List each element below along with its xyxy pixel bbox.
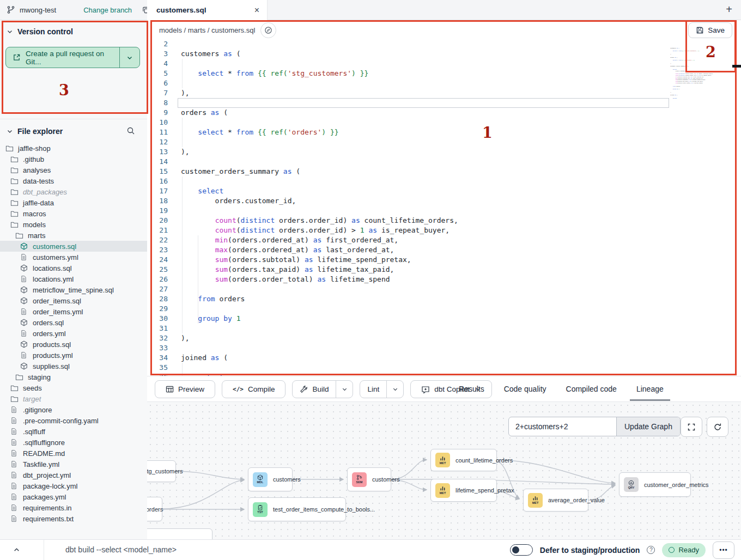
- panel-tab-lineage[interactable]: Lineage: [636, 376, 664, 401]
- preview-button[interactable]: Preview: [155, 380, 215, 398]
- file-tree-item[interactable]: marts: [0, 230, 147, 241]
- file-tree-item[interactable]: .github: [0, 154, 147, 165]
- file-tree-item[interactable]: data-tests: [0, 175, 147, 186]
- code-line[interactable]: 19: [147, 206, 741, 216]
- code-line[interactable]: 5 select * from {{ ref('stg_customers') …: [147, 69, 741, 78]
- tab-customers-sql[interactable]: customers.sql ×: [147, 0, 268, 20]
- defer-toggle[interactable]: [510, 544, 533, 556]
- code-line[interactable]: 23 max(orders.ordered_at) as last_ordere…: [147, 245, 741, 255]
- code-line[interactable]: 17 select: [147, 186, 741, 196]
- code-line[interactable]: 21 count(distinct orders.order_id) > 1 a…: [147, 226, 741, 235]
- panel-tab-compiled-code[interactable]: Compiled code: [566, 376, 617, 401]
- file-tree-item[interactable]: packages.yml: [0, 491, 147, 502]
- panel-tab-results[interactable]: Results: [459, 376, 484, 401]
- lineage-node-stg_customers[interactable]: stg_customers: [147, 460, 176, 482]
- code-line[interactable]: 32),: [147, 333, 741, 343]
- code-line[interactable]: 33: [147, 343, 741, 353]
- create-pr-button[interactable]: Create a pull request on Git...: [5, 47, 140, 68]
- file-tree-item[interactable]: products.sql: [0, 339, 147, 350]
- code-line[interactable]: 10: [147, 118, 741, 127]
- code-line[interactable]: 6: [147, 78, 741, 88]
- file-explorer-header[interactable]: File explorer: [7, 127, 141, 136]
- refresh-button[interactable]: [707, 417, 728, 437]
- code-line[interactable]: 35: [147, 363, 741, 373]
- code-line[interactable]: 27: [147, 284, 741, 294]
- file-tree-item[interactable]: models: [0, 219, 147, 230]
- panel-tab-code-quality[interactable]: Code quality: [504, 376, 546, 401]
- file-tree-item[interactable]: supplies.sql: [0, 361, 147, 372]
- code-line[interactable]: 15customer_orders_summary as (: [147, 167, 741, 176]
- code-line[interactable]: 7),: [147, 88, 741, 98]
- file-tree-item[interactable]: .sqlfluffignore: [0, 437, 147, 448]
- file-tree-item[interactable]: macros: [0, 208, 147, 219]
- file-tree-item[interactable]: .gitignore: [0, 404, 147, 415]
- code-line[interactable]: 30 group by 1: [147, 314, 741, 324]
- compile-button[interactable]: </> Compile: [222, 380, 286, 398]
- command-input[interactable]: dbt build --select <model_name>: [65, 545, 177, 554]
- code-line[interactable]: 26 sum(orders.order_total) as lifetime_s…: [147, 275, 741, 284]
- file-tree-item[interactable]: requirements.txt: [0, 513, 147, 524]
- file-tree-item[interactable]: customers.sql: [0, 241, 147, 252]
- chevron-up-icon[interactable]: [13, 546, 20, 553]
- code-line[interactable]: 24 sum(orders.subtotal) as lifetime_spen…: [147, 255, 741, 265]
- new-tab-button[interactable]: +: [726, 3, 732, 16]
- code-line[interactable]: 31: [147, 324, 741, 333]
- file-tree-item[interactable]: .sqlfluff: [0, 426, 147, 437]
- file-tree-item[interactable]: orders.yml: [0, 328, 147, 339]
- lineage-node-customers[interactable]: MDLcustomers: [248, 467, 293, 491]
- file-tree-item[interactable]: .pre-commit-config.yaml: [0, 415, 147, 426]
- code-line[interactable]: 29: [147, 304, 741, 314]
- lineage-node-orders[interactable]: orders: [147, 497, 162, 521]
- file-tree-item[interactable]: jaffle-shop: [0, 143, 147, 154]
- file-tree-item[interactable]: locations.yml: [0, 273, 147, 284]
- tab-close-icon[interactable]: ×: [254, 6, 259, 15]
- lint-dropdown[interactable]: [386, 381, 403, 398]
- file-tree-item[interactable]: order_items.yml: [0, 306, 147, 317]
- build-button[interactable]: Build: [293, 381, 336, 398]
- code-line[interactable]: 12: [147, 137, 741, 147]
- version-control-header[interactable]: Version control: [7, 27, 73, 36]
- fullscreen-button[interactable]: [681, 417, 702, 437]
- code-editor[interactable]: models / marts / customers.sql Save 23cu…: [147, 20, 741, 376]
- file-tree-item[interactable]: order_items.sql: [0, 295, 147, 306]
- lineage-node-test_order_items_compute_to_bools-[interactable]: TSTtest_order_items_compute_to_bools...: [248, 497, 346, 521]
- build-dropdown[interactable]: [336, 381, 353, 398]
- lineage-selector-input[interactable]: 2+customers+2: [509, 417, 616, 436]
- code-line[interactable]: 11 select * from {{ ref('orders') }}: [147, 127, 741, 137]
- code-line[interactable]: 22 min(orders.ordered_at) as first_order…: [147, 235, 741, 245]
- file-tree-item[interactable]: dbt_packages: [0, 186, 147, 197]
- code-line[interactable]: 20 count(distinct orders.order_id) as co…: [147, 216, 741, 226]
- file-tree-item[interactable]: Taskfile.yml: [0, 459, 147, 470]
- lineage-node-count_lifetime_orders[interactable]: METcount_lifetime_orders: [430, 449, 497, 471]
- code-line[interactable]: 3customers as (: [147, 49, 741, 59]
- file-tree-item[interactable]: jaffle-data: [0, 197, 147, 208]
- lineage-node-customer_order_metrics[interactable]: QRYcustomer_order_metrics: [619, 472, 691, 497]
- file-tree-item[interactable]: analyses: [0, 165, 147, 175]
- more-options-button[interactable]: •••: [713, 541, 734, 559]
- file-tree-item[interactable]: README.md: [0, 448, 147, 459]
- code-line[interactable]: 13),: [147, 147, 741, 157]
- lineage-node-customers[interactable]: SEMcustomers: [347, 467, 391, 491]
- code-line[interactable]: 16: [147, 176, 741, 186]
- create-pr-dropdown[interactable]: [119, 47, 139, 68]
- save-button[interactable]: Save: [688, 22, 732, 38]
- code-area[interactable]: 23customers as (45 select * from {{ ref(…: [147, 39, 741, 376]
- file-tree-item[interactable]: requirements.in: [0, 502, 147, 513]
- code-line[interactable]: 34joined as (: [147, 353, 741, 363]
- minimap[interactable]: customers as ( select * from {{ ref('stg…: [670, 46, 716, 122]
- file-tree-item[interactable]: seeds: [0, 382, 147, 393]
- lineage-node[interactable]: [147, 528, 212, 539]
- code-line[interactable]: 4: [147, 59, 741, 69]
- file-tree-item[interactable]: customers.yml: [0, 252, 147, 263]
- search-icon[interactable]: [126, 126, 135, 137]
- lineage-compass-icon[interactable]: [260, 22, 276, 38]
- lineage-node-lifetime_spend_pretax[interactable]: METlifetime_spend_pretax: [430, 479, 497, 502]
- lineage-node-average_order_value[interactable]: METaverage_order_value: [523, 489, 588, 512]
- lineage-panel[interactable]: stg_customersordersMDLcustomersTSTtest_o…: [147, 402, 741, 539]
- file-tree-item[interactable]: metricflow_time_spine.sql: [0, 284, 147, 295]
- file-tree-item[interactable]: target: [0, 393, 147, 404]
- file-tree-item[interactable]: dbt_project.yml: [0, 470, 147, 480]
- code-line[interactable]: 25 sum(orders.tax_paid) as lifetime_tax_…: [147, 265, 741, 275]
- update-graph-button[interactable]: Update Graph: [616, 417, 680, 436]
- code-line[interactable]: 9orders as (: [147, 108, 741, 118]
